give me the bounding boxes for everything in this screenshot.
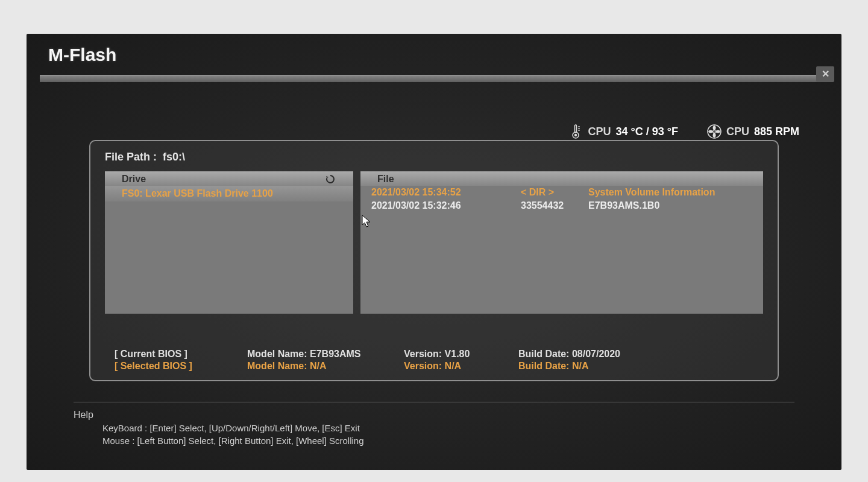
cpu-fan-readout: CPU 885 RPM (707, 124, 799, 139)
drive-row[interactable]: FS0: Lexar USB Flash Drive 1100 (105, 186, 353, 201)
file-row[interactable]: 2021/03/02 15:34:52 < DIR > System Volum… (360, 186, 763, 199)
drive-row-label: FS0: Lexar USB Flash Drive 1100 (122, 188, 273, 198)
file-name: System Volume Information (588, 187, 752, 198)
svg-rect-1 (575, 125, 577, 133)
cpu-fan-label: CPU (726, 125, 749, 138)
status-bar: CPU 34 °C / 93 °F CPU 885 RPM (571, 124, 799, 139)
file-size: < DIR > (516, 187, 588, 198)
help-panel: Help KeyBoard : [Enter] Select, [Up/Down… (74, 402, 794, 447)
cpu-temp-label: CPU (588, 125, 611, 138)
help-mouse-line: Mouse : [Left Button] Select, [Right But… (102, 434, 794, 447)
page-title: M-Flash (48, 45, 828, 65)
file-path-value: fs0:\ (163, 151, 185, 163)
file-row[interactable]: 2021/03/02 15:32:46 33554432 E7B93AMS.1B… (360, 199, 763, 212)
svg-point-2 (574, 134, 577, 136)
file-column: File 2021/03/02 15:34:52 < DIR > System … (360, 171, 763, 314)
cpu-temp-value: 34 °C / 93 °F (615, 125, 678, 138)
cpu-fan-value: 885 RPM (754, 125, 799, 138)
current-bios-build: Build Date: 08/07/2020 (518, 349, 753, 360)
file-datetime: 2021/03/02 15:32:46 (371, 200, 516, 211)
drive-list: FS0: Lexar USB Flash Drive 1100 (105, 186, 353, 314)
file-browser-panel: File Path : fs0:\ Drive FS0: Lexar USB F… (89, 140, 779, 381)
close-icon: ✕ (822, 69, 829, 79)
current-bios-model: Model Name: E7B93AMS (247, 349, 404, 360)
drive-column-header: Drive (105, 171, 353, 186)
thermometer-icon (571, 124, 583, 139)
close-button[interactable]: ✕ (816, 66, 834, 82)
drive-column: Drive FS0: Lexar USB Flash Drive 1100 (105, 171, 353, 314)
bios-info: [ Current BIOS ] Model Name: E7B93AMS Ve… (115, 349, 753, 372)
current-bios-version: Version: V1.80 (404, 349, 518, 360)
selected-bios-build: Build Date: N/A (518, 361, 753, 372)
file-name: E7B93AMS.1B0 (588, 200, 752, 211)
file-size: 33554432 (516, 200, 588, 211)
selected-bios-model: Model Name: N/A (247, 361, 404, 372)
selected-bios-version: Version: N/A (404, 361, 518, 372)
title-divider (40, 75, 828, 82)
help-title: Help (74, 410, 794, 420)
svg-point-7 (712, 130, 715, 133)
bios-screen: M-Flash ✕ CPU 34 °C / 93 °F CPU 885 RPM … (27, 34, 841, 470)
refresh-button[interactable] (324, 173, 336, 185)
help-keyboard-line: KeyBoard : [Enter] Select, [Up/Down/Righ… (102, 422, 794, 434)
file-column-header: File (360, 171, 763, 186)
file-header-label: File (377, 174, 394, 185)
cpu-temp-readout: CPU 34 °C / 93 °F (571, 124, 678, 139)
file-path-label: File Path : (105, 151, 157, 163)
current-bios-label: [ Current BIOS ] (115, 349, 247, 360)
file-list: 2021/03/02 15:34:52 < DIR > System Volum… (360, 186, 763, 314)
file-datetime: 2021/03/02 15:34:52 (371, 187, 516, 198)
fan-icon (707, 124, 722, 139)
selected-bios-label: [ Selected BIOS ] (115, 361, 247, 372)
drive-header-label: Drive (122, 174, 146, 185)
file-path: File Path : fs0:\ (105, 151, 185, 163)
